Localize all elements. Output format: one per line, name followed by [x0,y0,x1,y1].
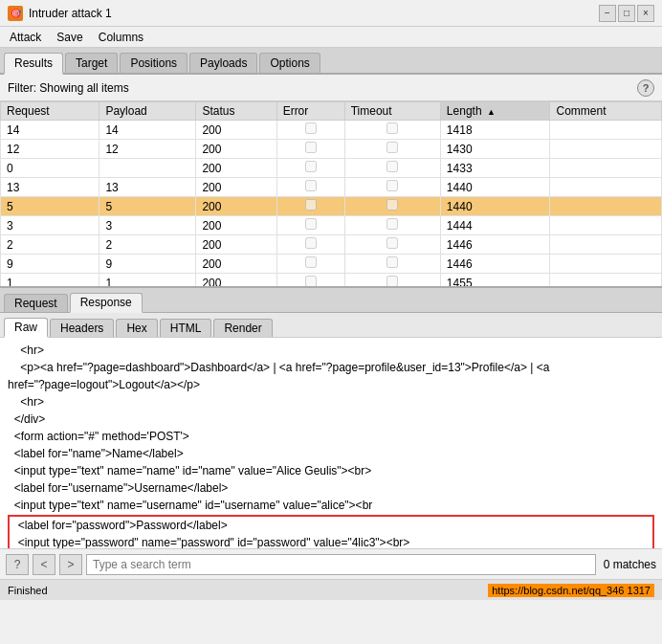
code-line: <hr> [8,393,654,411]
cell-error [276,235,344,255]
table-row[interactable]: 9 9 200 1446 [1,255,662,274]
highlighted-code-block: <label for="password">Password</label> <… [8,515,654,548]
minimize-button[interactable]: − [599,5,616,22]
status-text: Finished [8,585,48,596]
table-row[interactable]: 13 13 200 1440 [1,178,662,197]
matches-count: 0 matches [604,558,656,571]
cell-timeout [344,159,440,178]
menu-columns[interactable]: Columns [93,29,149,46]
table-row[interactable]: 5 5 200 1440 [1,197,662,216]
window-controls: − □ × [599,5,654,22]
cell-comment [550,216,662,235]
col-length[interactable]: Length ▲ [440,102,550,121]
table-header-row: Request Payload Status Error Timeout Len… [1,102,662,121]
cell-length: 1440 [440,178,550,197]
next-button[interactable]: > [59,554,82,575]
sub-tab-html[interactable]: HTML [160,319,212,337]
code-line: <form action="#" method='POST'> [8,428,654,445]
tab-payloads[interactable]: Payloads [189,53,257,73]
cell-status: 200 [196,121,276,140]
col-request[interactable]: Request [1,102,99,121]
tab-positions[interactable]: Positions [120,53,188,73]
cell-error [276,140,344,159]
code-line: </div> [8,411,654,428]
col-payload[interactable]: Payload [99,102,196,121]
cell-request: 14 [1,121,99,140]
cell-request: 2 [1,235,99,255]
cell-request: 1 [1,274,99,289]
code-area[interactable]: <hr> <p><a href="?page=dashboard">Dashbo… [0,338,662,548]
search-input[interactable] [86,554,596,575]
cell-status: 200 [196,274,276,289]
cell-payload: 3 [99,216,196,235]
cell-length: 1444 [440,216,550,235]
window-title: Intruder attack 1 [29,7,112,20]
cell-length: 1446 [440,235,550,255]
cell-length: 1455 [440,274,550,289]
close-button[interactable]: × [637,5,654,22]
cell-timeout [344,140,440,159]
cell-error [276,159,344,178]
sub-tab-raw[interactable]: Raw [4,318,48,338]
col-status[interactable]: Status [196,102,276,121]
cell-timeout [344,216,440,235]
cell-timeout [344,178,440,197]
cell-payload [99,159,196,178]
col-timeout[interactable]: Timeout [344,102,440,121]
cell-error [276,216,344,235]
code-line: <input type="text" name="username" id="u… [8,497,654,514]
filter-help-button[interactable]: ? [637,79,654,97]
cell-status: 200 [196,197,276,216]
req-res-tab-bar: Request Response [0,288,662,313]
cell-status: 200 [196,140,276,159]
results-table: Request Payload Status Error Timeout Len… [0,101,662,288]
code-line: <label for="name">Name</label> [8,445,654,462]
cell-timeout [344,121,440,140]
sub-tab-hex[interactable]: Hex [116,319,157,337]
cell-error [276,121,344,140]
tab-request[interactable]: Request [4,294,68,312]
main-tab-bar: Results Target Positions Payloads Option… [0,48,662,75]
tab-options[interactable]: Options [259,53,320,73]
cell-timeout [344,197,440,216]
code-line-highlighted: <label for="password">Password</label> [11,517,651,534]
cell-status: 200 [196,178,276,197]
code-line-highlighted: <input type="password" name="password" i… [11,534,651,548]
results-table-container[interactable]: Request Payload Status Error Timeout Len… [0,101,662,288]
tab-results[interactable]: Results [4,53,63,75]
code-line: <p><a href="?page=dashboard">Dashboard</… [8,359,654,376]
cell-error [276,255,344,274]
table-row[interactable]: 12 12 200 1430 [1,140,662,159]
help-button[interactable]: ? [6,554,29,575]
cell-request: 0 [1,159,99,178]
prev-button[interactable]: < [33,554,55,575]
cell-error [276,274,344,289]
cell-comment [550,274,662,289]
cell-error [276,178,344,197]
menu-attack[interactable]: Attack [4,29,47,46]
table-row[interactable]: 0 200 1433 [1,159,662,178]
code-line: <input type="text" name="name" id="name"… [8,462,654,479]
table-row[interactable]: 14 14 200 1418 [1,121,662,140]
menu-bar: Attack Save Columns [0,27,662,48]
code-line: <hr> [8,342,654,359]
status-bar: Finished https://blog.csdn.net/qq_346 13… [0,579,662,600]
code-line: <label for="username">Username</label> [8,479,654,497]
bottom-bar: ? < > 0 matches [0,548,662,579]
sub-tab-render[interactable]: Render [213,319,272,337]
sub-tab-headers[interactable]: Headers [50,319,114,337]
table-row[interactable]: 2 2 200 1446 [1,235,662,255]
cell-comment [550,140,662,159]
sub-tab-bar: Raw Headers Hex HTML Render [0,313,662,338]
maximize-button[interactable]: □ [618,5,635,22]
col-error[interactable]: Error [276,102,344,121]
table-row[interactable]: 3 3 200 1444 [1,216,662,235]
col-comment[interactable]: Comment [550,102,662,121]
tab-target[interactable]: Target [65,53,118,73]
tab-response[interactable]: Response [70,293,143,313]
cell-request: 13 [1,178,99,197]
menu-save[interactable]: Save [51,29,88,46]
cell-status: 200 [196,159,276,178]
title-bar: 🎯 Intruder attack 1 − □ × [0,0,662,27]
table-row[interactable]: 1 1 200 1455 [1,274,662,289]
